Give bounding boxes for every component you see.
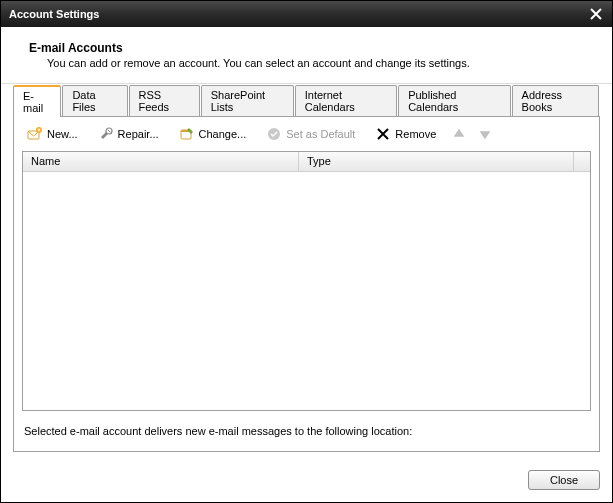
tabpanel-email: New... Repair... <box>13 116 600 452</box>
check-circle-icon <box>266 126 282 142</box>
content-area: E-mail Data Files RSS Feeds SharePoint L… <box>1 84 612 460</box>
repair-button-label: Repair... <box>118 128 159 140</box>
repair-button[interactable]: Repair... <box>93 123 164 145</box>
new-button-label: New... <box>47 128 78 140</box>
header-title: E-mail Accounts <box>29 41 598 55</box>
tab-sharepoint-lists[interactable]: SharePoint Lists <box>201 85 294 116</box>
set-default-button-label: Set as Default <box>286 128 355 140</box>
close-icon <box>590 8 602 20</box>
tab-address-books[interactable]: Address Books <box>512 85 599 116</box>
tab-email[interactable]: E-mail <box>13 85 61 117</box>
remove-button[interactable]: Remove <box>370 123 441 145</box>
change-button-label: Change... <box>199 128 247 140</box>
remove-icon <box>375 126 391 142</box>
header-subtitle: You can add or remove an account. You ca… <box>47 57 598 69</box>
table-body[interactable] <box>23 172 590 410</box>
column-header-spacer <box>574 152 590 171</box>
header: E-mail Accounts You can add or remove an… <box>1 27 612 84</box>
tab-data-files[interactable]: Data Files <box>62 85 127 116</box>
footer: Close <box>1 460 612 502</box>
remove-button-label: Remove <box>395 128 436 140</box>
tab-rss-feeds[interactable]: RSS Feeds <box>129 85 200 116</box>
close-button[interactable] <box>586 5 606 23</box>
delivery-location-text: Selected e-mail account delivers new e-m… <box>14 411 599 441</box>
move-down-button <box>477 126 493 142</box>
titlebar: Account Settings <box>1 1 612 27</box>
account-settings-window: Account Settings E-mail Accounts You can… <box>0 0 613 503</box>
repair-icon <box>98 126 114 142</box>
change-button[interactable]: Change... <box>174 123 252 145</box>
tab-published-calendars[interactable]: Published Calendars <box>398 85 510 116</box>
change-icon <box>179 126 195 142</box>
arrow-down-icon <box>477 126 493 142</box>
toolbar: New... Repair... <box>14 117 599 151</box>
accounts-table: Name Type <box>22 151 591 411</box>
table-header: Name Type <box>23 152 590 172</box>
column-header-type[interactable]: Type <box>299 152 574 171</box>
set-default-button: Set as Default <box>261 123 360 145</box>
new-mail-icon <box>27 126 43 142</box>
new-button[interactable]: New... <box>22 123 83 145</box>
close-dialog-button[interactable]: Close <box>528 470 600 490</box>
arrow-up-icon <box>451 126 467 142</box>
tabstrip: E-mail Data Files RSS Feeds SharePoint L… <box>13 94 600 116</box>
move-up-button <box>451 126 467 142</box>
window-title: Account Settings <box>9 8 586 20</box>
column-header-name[interactable]: Name <box>23 152 299 171</box>
tab-internet-calendars[interactable]: Internet Calendars <box>295 85 397 116</box>
